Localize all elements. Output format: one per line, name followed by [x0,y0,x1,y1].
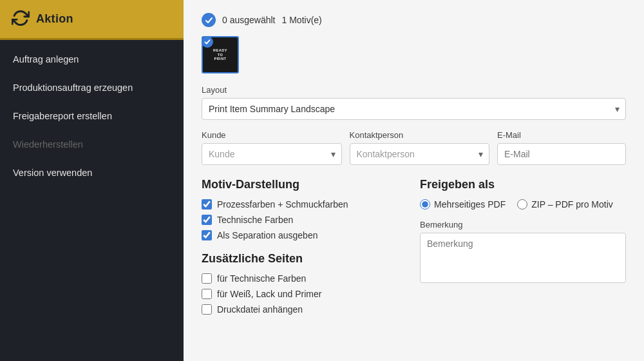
thumbnail-item[interactable]: READYTOPRINT [202,36,239,73]
selected-check-icon [202,13,216,27]
selected-count-text: 0 ausgewählt [222,15,276,25]
kontaktperson-select[interactable]: Kontaktperson [350,143,490,165]
sidebar-item-auftrag-anlegen[interactable]: Auftrag anlegen [0,45,184,73]
email-input[interactable] [497,143,626,165]
kunde-select[interactable]: Kunde [202,143,342,165]
checkbox-prozessfarben[interactable]: Prozessfarben + Schmuckfarben [202,199,404,210]
kontaktperson-label: Kontaktperson [350,130,490,140]
main-content: 0 ausgewählt 1 Motiv(e) READYTOPRINT Lay… [184,0,644,361]
sidebar: Aktion Auftrag anlegen Produktionsauftra… [0,0,184,361]
kunde-field: Kunde Kunde [202,130,342,165]
freigeben-heading: Freigeben als [420,178,626,191]
kontaktperson-select-wrapper: Kontaktperson [350,143,490,165]
form-left: Motiv-Darstellung Prozessfarben + Schmuc… [202,175,404,326]
sidebar-item-freigabereport-erstellen[interactable]: Freigabereport erstellen [0,102,184,130]
zusatzliche-seiten-section: Zusätzliche Seiten für Technische Farben… [202,252,404,315]
motiv-darstellung-section: Motiv-Darstellung Prozessfarben + Schmuc… [202,178,404,240]
thumbnail-check-icon [202,36,213,48]
zusatzliche-checkbox-group: für Technische Farben für Weiß, Lack und… [202,273,404,315]
motiv-darstellung-heading: Motiv-Darstellung [202,178,404,191]
checkbox-separation[interactable]: Als Separation ausgeben [202,230,404,240]
checkbox-druckdatei-input[interactable] [202,304,212,315]
checkbox-technische-farben-extra[interactable]: für Technische Farben [202,273,404,284]
radio-mehrseitiges-pdf-input[interactable] [420,199,430,210]
bemerkung-textarea-wrapper [420,233,626,286]
sidebar-item-produktionsauftrag-erzeugen[interactable]: Produktionsauftrag erzeugen [0,73,184,102]
top-bar: 0 ausgewählt 1 Motiv(e) [202,13,626,27]
freigeben-section: Freigeben als Mehrseitiges PDF ZIP – PDF… [420,178,626,210]
layout-select[interactable]: Print Item Summary Landscape [202,98,626,120]
bemerkung-label: Bemerkung [420,220,626,229]
layout-field: Layout Print Item Summary Landscape [202,85,626,120]
contact-fields-row: Kunde Kunde Kontaktperson Kontaktperson … [202,130,626,165]
sidebar-item-version-verwenden[interactable]: Version verwenden [0,159,184,187]
checkbox-prozessfarben-input[interactable] [202,199,212,210]
kontaktperson-field: Kontaktperson Kontaktperson [350,130,490,165]
checkbox-technische-farben[interactable]: Technische Farben [202,215,404,225]
layout-label: Layout [202,85,626,95]
motiv-count-text: 1 Motiv(e) [282,15,322,25]
checkbox-weiss-lack[interactable]: für Weiß, Lack und Primer [202,289,404,299]
zusatzliche-seiten-heading: Zusätzliche Seiten [202,252,404,266]
bemerkung-section: Bemerkung [420,220,626,286]
sidebar-header-label: Aktion [36,12,73,26]
checkbox-technische-farben-extra-input[interactable] [202,273,212,284]
form-right: Freigeben als Mehrseitiges PDF ZIP – PDF… [420,175,626,326]
refresh-icon [12,9,30,30]
thumbnail-row: READYTOPRINT [202,36,626,73]
checkbox-druckdatei[interactable]: Druckdatei anhängen [202,304,404,315]
checkbox-technische-farben-input[interactable] [202,215,212,225]
email-field-wrapper: E-Mail [497,130,626,165]
sidebar-menu: Auftrag anlegen Produktionsauftrag erzeu… [0,40,184,192]
sidebar-header: Aktion [0,0,184,40]
sidebar-item-wiederherstellen: Wiederherstellen [0,130,184,159]
bemerkung-textarea[interactable] [420,233,626,283]
email-label: E-Mail [497,130,626,140]
checkbox-separation-input[interactable] [202,230,212,240]
radio-zip-pdf-input[interactable] [517,199,527,210]
radio-mehrseitiges-pdf[interactable]: Mehrseitiges PDF [420,199,506,210]
kunde-select-wrapper: Kunde [202,143,342,165]
layout-select-wrapper: Print Item Summary Landscape [202,98,626,120]
form-section: Motiv-Darstellung Prozessfarben + Schmuc… [202,175,626,326]
motiv-checkbox-group: Prozessfarben + Schmuckfarben Technische… [202,199,404,240]
kunde-label: Kunde [202,130,342,140]
freigeben-radio-group: Mehrseitiges PDF ZIP – PDF pro Motiv [420,199,626,210]
checkbox-weiss-lack-input[interactable] [202,289,212,299]
radio-zip-pdf[interactable]: ZIP – PDF pro Motiv [517,199,613,210]
